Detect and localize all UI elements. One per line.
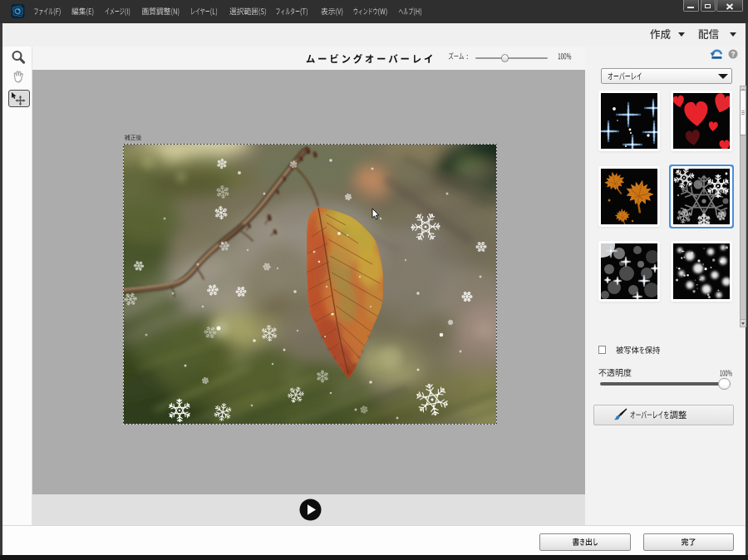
svg-text:?: ?	[731, 51, 735, 58]
